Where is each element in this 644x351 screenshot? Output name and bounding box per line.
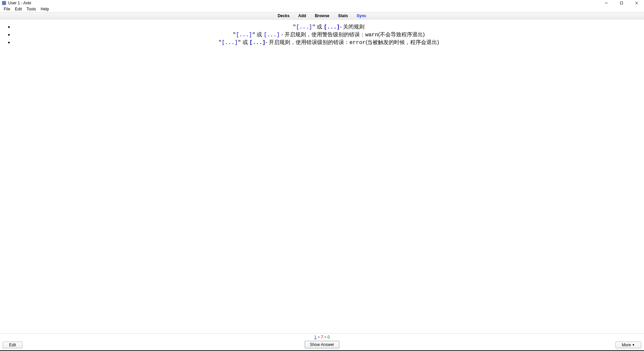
menu-edit[interactable]: Edit bbox=[12, 6, 24, 12]
menubar: File Edit Tools Help bbox=[0, 6, 644, 12]
card-line-0: "[...]" 或 [...]- 关闭规则 bbox=[13, 24, 644, 31]
edit-button[interactable]: Edit bbox=[3, 342, 23, 348]
titlebar: User 1 - Anki bbox=[0, 0, 644, 6]
menu-tools[interactable]: Tools bbox=[24, 6, 38, 12]
maximize-button[interactable] bbox=[614, 0, 629, 6]
more-button-label: More bbox=[622, 343, 631, 347]
window-title: User 1 - Anki bbox=[8, 1, 31, 5]
toolbar-add[interactable]: Add bbox=[298, 13, 306, 18]
toolbar-browse[interactable]: Browse bbox=[315, 13, 329, 18]
card-counter: 1 + 7 + 0 bbox=[314, 335, 330, 340]
count-new: 1 bbox=[314, 335, 316, 340]
count-plus2: + bbox=[324, 335, 327, 340]
card-line-1: "[...]" 或 [...] - 开启规则，使用警告级别的错误：warn(不会… bbox=[13, 31, 644, 38]
toolbar: Decks Add Browse Stats Sync bbox=[0, 12, 644, 20]
minimize-button[interactable] bbox=[599, 0, 614, 6]
toolbar-decks[interactable]: Decks bbox=[277, 13, 289, 18]
more-button[interactable]: More ▼ bbox=[615, 342, 641, 348]
svg-rect-1 bbox=[620, 2, 622, 4]
close-button[interactable] bbox=[629, 0, 644, 6]
menu-file[interactable]: File bbox=[1, 6, 12, 12]
card-line-2: "[...]" 或 [...]- 开启规则，使用错误级别的错误：error(当被… bbox=[13, 39, 644, 46]
toolbar-sync[interactable]: Sync bbox=[357, 13, 367, 18]
toolbar-stats[interactable]: Stats bbox=[338, 13, 348, 18]
window-controls bbox=[599, 0, 644, 6]
card-list: "[...]" 或 [...]- 关闭规则 "[...]" 或 [...] - … bbox=[0, 24, 644, 46]
count-plus1: + bbox=[317, 335, 320, 340]
show-answer-button[interactable]: Show Answer bbox=[305, 341, 339, 348]
count-due: 0 bbox=[328, 335, 330, 340]
app-icon bbox=[2, 1, 6, 5]
chevron-down-icon: ▼ bbox=[632, 343, 635, 347]
card-content: "[...]" 或 [...]- 关闭规则 "[...]" 或 [...] - … bbox=[0, 20, 644, 333]
bottombar: 1 + 7 + 0 Show Answer Edit More ▼ bbox=[0, 333, 644, 350]
menu-help[interactable]: Help bbox=[38, 6, 51, 12]
titlebar-left: User 1 - Anki bbox=[2, 1, 31, 5]
count-learn: 7 bbox=[321, 335, 323, 340]
